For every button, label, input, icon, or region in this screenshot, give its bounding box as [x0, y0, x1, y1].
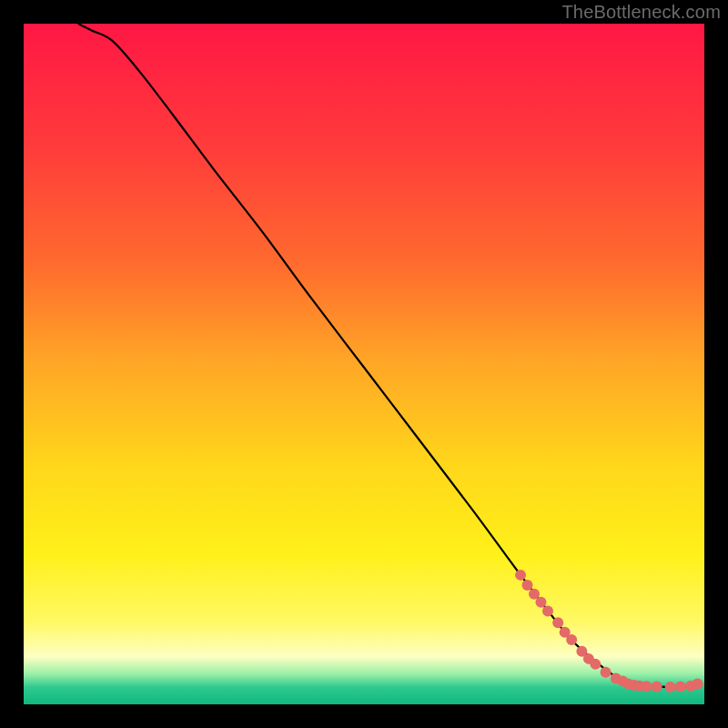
data-marker: [535, 597, 546, 608]
data-marker: [515, 570, 526, 581]
data-marker: [652, 682, 662, 693]
data-marker: [566, 634, 577, 645]
data-marker: [601, 667, 612, 678]
chart-svg: [24, 24, 704, 704]
data-marker: [693, 679, 703, 690]
chart-frame: TheBottleneck.com: [0, 0, 728, 728]
data-marker: [675, 682, 686, 693]
data-marker: [542, 606, 553, 617]
data-marker: [590, 659, 601, 670]
bottleneck-chart: [24, 24, 704, 704]
data-marker: [552, 617, 563, 628]
gradient-background: [24, 24, 704, 704]
data-marker: [641, 681, 652, 692]
data-marker: [665, 682, 676, 693]
watermark-label: TheBottleneck.com: [561, 2, 721, 23]
data-marker: [522, 580, 533, 591]
